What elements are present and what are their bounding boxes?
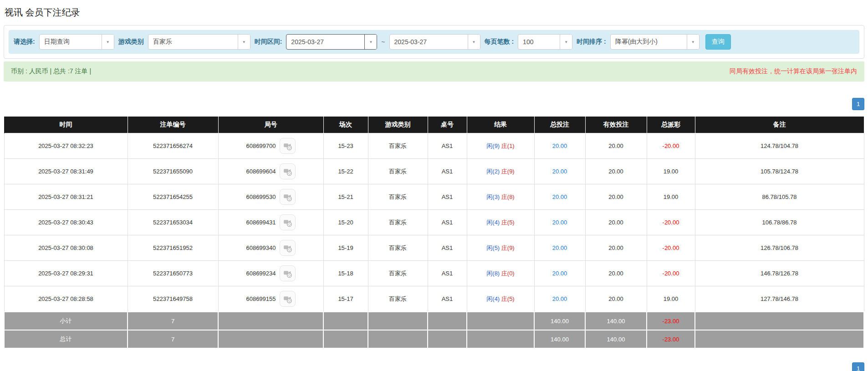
- video-replay-button[interactable]: [280, 189, 296, 205]
- valid-bet: 20.00: [585, 235, 647, 261]
- total-bet-cell: 20.00: [534, 159, 585, 184]
- valid-bet-notice-text: 同局有效投注，统一计算在该局第一张注单内: [730, 67, 857, 76]
- round-cell: 608699234: [218, 261, 323, 286]
- video-replay-button[interactable]: [280, 138, 296, 154]
- result-player: 闲(3): [486, 193, 500, 200]
- bet-time: 2025-03-27 08:30:43: [4, 210, 128, 235]
- video-replay-button[interactable]: [280, 240, 296, 256]
- table-row: 2025-03-27 08:30:08 522371651952 6086993…: [4, 235, 864, 261]
- game-type: 百家乐: [368, 133, 428, 159]
- session-number: 15-19: [323, 235, 368, 261]
- result-banker: 庄(9): [501, 244, 515, 251]
- column-header: 结果: [467, 117, 534, 133]
- result-banker: 庄(5): [501, 295, 515, 302]
- game-type: 百家乐: [368, 286, 428, 312]
- video-replay-button[interactable]: [280, 163, 296, 179]
- filter-bar: 请选择: 日期查询 ▼ 游戏类别 百家乐 ▼ 时间区间: 2025-03-27 …: [9, 30, 859, 54]
- result-banker: 庄(0): [501, 270, 515, 277]
- total-bet-link[interactable]: 20.00: [552, 193, 567, 200]
- video-camera-icon: [283, 269, 292, 278]
- bet-time: 2025-03-27 08:31:21: [4, 184, 128, 210]
- session-number: 15-22: [323, 159, 368, 184]
- page-1-button[interactable]: 1: [852, 98, 864, 110]
- currency-total-text: 币别 : 人民币 | 总共 :7 注单 |: [11, 67, 91, 76]
- chevron-down-icon: ▼: [364, 35, 377, 49]
- bet-time: 2025-03-27 08:29:31: [4, 261, 128, 286]
- total-bet-link[interactable]: 20.00: [552, 219, 567, 226]
- game-type-label: 游戏类别: [118, 38, 144, 46]
- total-bet-link[interactable]: 20.00: [552, 244, 567, 251]
- query-type-label: 请选择:: [14, 38, 35, 46]
- video-replay-button[interactable]: [280, 214, 296, 230]
- video-camera-icon: [283, 218, 292, 227]
- total-bet-link[interactable]: 20.00: [552, 295, 567, 302]
- total-bet-link[interactable]: 20.00: [552, 168, 567, 175]
- summary-row: 小计 7 140.00 140.00 -23.00: [4, 312, 864, 330]
- video-replay-button[interactable]: [280, 265, 296, 281]
- round-cell: 608699155: [218, 286, 323, 312]
- total-bet-cell: 20.00: [534, 210, 585, 235]
- column-header: 局号: [218, 117, 323, 133]
- page-size-selected-value: 100: [518, 35, 560, 49]
- summary-count: 7: [128, 330, 218, 348]
- page-1-button[interactable]: 1: [852, 362, 864, 371]
- round-cell: 608699700: [218, 133, 323, 159]
- payout: -20.00: [647, 210, 695, 235]
- round-cell: 608699530: [218, 184, 323, 210]
- date-from-value: 2025-03-27: [286, 35, 364, 49]
- column-header: 场次: [323, 117, 368, 133]
- summary-valid-bet: 140.00: [585, 312, 647, 330]
- table-number: AS1: [428, 261, 467, 286]
- total-bet-cell: 20.00: [534, 286, 585, 312]
- date-from-select[interactable]: 2025-03-27 ▼: [286, 34, 377, 50]
- table-row: 2025-03-27 08:31:49 522371655090 6086996…: [4, 159, 864, 184]
- date-to-select[interactable]: 2025-03-27 ▼: [389, 34, 480, 50]
- round-number: 608699604: [246, 168, 276, 175]
- round-number: 608699530: [246, 193, 276, 200]
- time-range-label: 时间区间:: [255, 38, 282, 46]
- remark: 146.78/126.78: [695, 261, 864, 286]
- page-size-select[interactable]: 100 ▼: [518, 34, 572, 50]
- table-number: AS1: [428, 210, 467, 235]
- column-header: 备注: [695, 117, 864, 133]
- date-to-value: 2025-03-27: [390, 35, 468, 49]
- game-type-selected-value: 百家乐: [148, 35, 238, 49]
- payout: -20.00: [647, 133, 695, 159]
- search-button[interactable]: 查询: [705, 34, 731, 50]
- table-row: 2025-03-27 08:32:23 522371656274 6086997…: [4, 133, 864, 159]
- result-player: 闲(4): [486, 295, 500, 302]
- result-cell: 闲(2) 庄(9): [467, 159, 534, 184]
- payout: -20.00: [647, 235, 695, 261]
- video-camera-icon: [283, 192, 292, 202]
- result-cell: 闲(4) 庄(5): [467, 286, 534, 312]
- session-number: 15-18: [323, 261, 368, 286]
- video-replay-button[interactable]: [280, 291, 296, 307]
- column-header: 有效投注: [585, 117, 647, 133]
- currency-summary-bar: 币别 : 人民币 | 总共 :7 注单 | 同局有效投注，统一计算在该局第一张注…: [4, 61, 864, 81]
- summary-label: 总计: [4, 330, 128, 348]
- result-banker: 庄(5): [501, 219, 515, 226]
- summary-count: 7: [128, 312, 218, 330]
- table-number: AS1: [428, 286, 467, 312]
- chevron-down-icon: ▼: [468, 35, 480, 49]
- game-type-select[interactable]: 百家乐 ▼: [148, 34, 250, 50]
- video-camera-icon: [283, 167, 292, 176]
- total-bet-cell: 20.00: [534, 261, 585, 286]
- session-number: 15-17: [323, 286, 368, 312]
- session-number: 15-21: [323, 184, 368, 210]
- bet-id: 522371654255: [128, 184, 218, 210]
- total-bet-cell: 20.00: [534, 184, 585, 210]
- bet-id: 522371650773: [128, 261, 218, 286]
- bet-id: 522371655090: [128, 159, 218, 184]
- chevron-down-icon: ▼: [238, 35, 250, 49]
- table-header-row: 时间注单编号局号场次游戏类别桌号结果总投注有效投注总派彩备注: [4, 117, 864, 133]
- result-player: 闲(9): [486, 142, 500, 149]
- total-bet-link[interactable]: 20.00: [552, 270, 567, 277]
- sort-order-selected-value: 降幂(由大到小): [611, 35, 687, 49]
- sort-order-select[interactable]: 降幂(由大到小) ▼: [610, 34, 700, 50]
- total-bet-link[interactable]: 20.00: [552, 142, 567, 149]
- query-type-select[interactable]: 日期查询 ▼: [39, 34, 114, 50]
- game-type: 百家乐: [368, 184, 428, 210]
- bet-time: 2025-03-27 08:28:58: [4, 286, 128, 312]
- column-header: 总派彩: [647, 117, 695, 133]
